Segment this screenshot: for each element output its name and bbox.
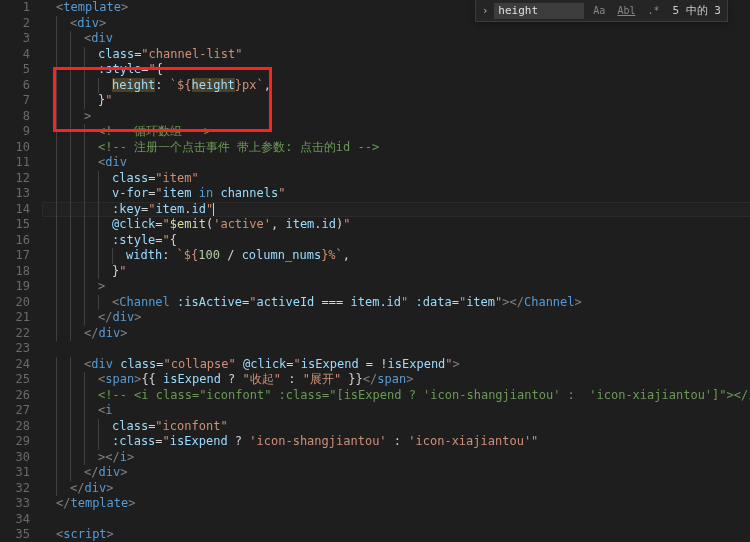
code-line[interactable]: </div>	[42, 465, 750, 481]
indent-guide	[56, 93, 57, 109]
indent-guide	[56, 264, 57, 280]
indent-guide	[98, 186, 99, 202]
code-line[interactable]: </template>	[42, 496, 750, 512]
find-option-word[interactable]: Abl	[614, 4, 638, 17]
code-line[interactable]: @click="$emit('active', item.id)"	[42, 217, 750, 233]
indent-guide	[70, 155, 71, 171]
line-number: 35	[0, 527, 30, 542]
indent-guide	[70, 465, 71, 481]
code-line[interactable]: <script>	[42, 527, 750, 542]
code-line[interactable]: <!-- 循环数组 -->	[42, 124, 750, 140]
code-line[interactable]: height: `${height}px`,	[42, 78, 750, 94]
code-line[interactable]: <div class="collapse" @click="isExpend =…	[42, 357, 750, 373]
code-editor[interactable]: 1234567891011121314151617181920212223242…	[0, 0, 750, 542]
indent-guide	[56, 326, 57, 342]
find-input[interactable]	[494, 3, 584, 19]
line-number: 28	[0, 419, 30, 435]
indent-guide	[70, 62, 71, 78]
indent-guide	[70, 310, 71, 326]
code-content: </div>	[42, 326, 127, 340]
code-line[interactable]: >	[42, 279, 750, 295]
line-number: 11	[0, 155, 30, 171]
code-content: <script>	[42, 527, 114, 541]
line-number: 16	[0, 233, 30, 249]
code-line[interactable]: :key="item.id"	[42, 202, 750, 218]
code-line[interactable]	[42, 512, 750, 528]
line-number: 31	[0, 465, 30, 481]
line-number: 17	[0, 248, 30, 264]
code-line[interactable]: class="item"	[42, 171, 750, 187]
line-number: 18	[0, 264, 30, 280]
code-line[interactable]: </div>	[42, 481, 750, 497]
indent-guide	[70, 47, 71, 63]
line-number: 32	[0, 481, 30, 497]
find-toggle-icon[interactable]: ›	[482, 5, 488, 16]
code-line[interactable]: class="iconfont"	[42, 419, 750, 435]
find-option-regex[interactable]: .*	[644, 4, 662, 17]
code-line[interactable]: <Channel :isActive="activeId === item.id…	[42, 295, 750, 311]
code-line[interactable]: >	[42, 109, 750, 125]
line-number: 24	[0, 357, 30, 373]
find-option-case[interactable]: Aa	[590, 4, 608, 17]
find-widget[interactable]: › Aa Abl .* 5 中的 3	[475, 0, 728, 22]
indent-guide	[56, 419, 57, 435]
indent-guide	[98, 264, 99, 280]
line-number: 14	[0, 202, 30, 218]
code-content: >	[42, 109, 91, 123]
indent-guide	[84, 93, 85, 109]
indent-guide	[84, 217, 85, 233]
indent-guide	[84, 450, 85, 466]
indent-guide	[56, 450, 57, 466]
indent-guide	[98, 295, 99, 311]
code-line[interactable]: <i	[42, 403, 750, 419]
code-content: <template>	[42, 0, 128, 14]
code-line[interactable]: <!-- 注册一个点击事件 带上参数: 点击的id -->	[42, 140, 750, 156]
indent-guide	[56, 78, 57, 94]
code-content: <Channel :isActive="activeId === item.id…	[42, 295, 582, 309]
line-number: 30	[0, 450, 30, 466]
code-line[interactable]: width: `${100 / column_nums}%`,	[42, 248, 750, 264]
line-number: 6	[0, 78, 30, 94]
code-line[interactable]: v-for="item in channels"	[42, 186, 750, 202]
indent-guide	[84, 202, 85, 218]
indent-guide	[112, 248, 113, 264]
code-line[interactable]: :style="{	[42, 62, 750, 78]
code-line[interactable]	[42, 341, 750, 357]
code-line[interactable]: </div>	[42, 326, 750, 342]
indent-guide	[70, 109, 71, 125]
line-number: 2	[0, 16, 30, 32]
indent-guide	[70, 326, 71, 342]
indent-guide	[56, 171, 57, 187]
indent-guide	[56, 47, 57, 63]
indent-guide	[98, 248, 99, 264]
code-line[interactable]: class="channel-list"	[42, 47, 750, 63]
code-line[interactable]: <!-- <i class="iconfont" :class="[isExpe…	[42, 388, 750, 404]
code-line[interactable]: <div	[42, 155, 750, 171]
indent-guide	[98, 233, 99, 249]
indent-guide	[84, 124, 85, 140]
indent-guide	[56, 403, 57, 419]
line-number: 12	[0, 171, 30, 187]
code-line[interactable]: }"	[42, 93, 750, 109]
code-area[interactable]: <template><div><divclass="channel-list":…	[42, 0, 750, 542]
code-line[interactable]: }"	[42, 264, 750, 280]
code-line[interactable]: ></i>	[42, 450, 750, 466]
code-content: <!-- 循环数组 -->	[42, 124, 211, 138]
indent-guide	[56, 248, 57, 264]
indent-guide	[98, 78, 99, 94]
code-line[interactable]: </div>	[42, 310, 750, 326]
code-line[interactable]: :class="isExpend ? 'icon-shangjiantou' :…	[42, 434, 750, 450]
line-number: 4	[0, 47, 30, 63]
line-number: 3	[0, 31, 30, 47]
indent-guide	[70, 372, 71, 388]
indent-guide	[84, 403, 85, 419]
code-content: <div class="collapse" @click="isExpend =…	[42, 357, 460, 371]
indent-guide	[98, 419, 99, 435]
line-number: 34	[0, 512, 30, 528]
code-line[interactable]: :style="{	[42, 233, 750, 249]
code-content: @click="$emit('active', item.id)"	[42, 217, 351, 231]
code-line[interactable]: <span>{{ isExpend ? "收起" : "展开" }}</span…	[42, 372, 750, 388]
indent-guide	[56, 357, 57, 373]
line-number: 20	[0, 295, 30, 311]
code-line[interactable]: <div	[42, 31, 750, 47]
